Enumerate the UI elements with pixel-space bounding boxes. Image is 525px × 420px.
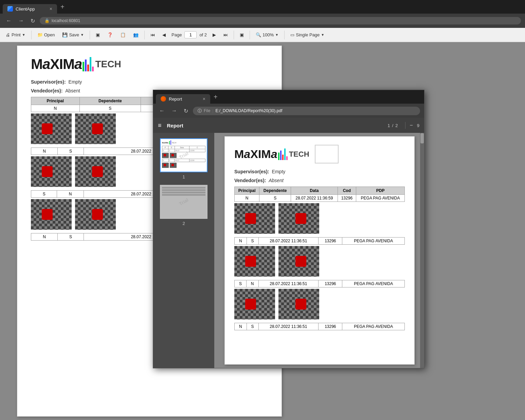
overlay-back-button[interactable]: ← xyxy=(157,106,167,115)
overlay-tab-title: Report xyxy=(169,97,182,102)
new-tab-button[interactable]: + xyxy=(57,3,68,11)
thumb-2-label: 2 xyxy=(182,221,185,226)
overlay-vendedor-meta: Vendedor(es): Absent xyxy=(234,178,405,183)
overlay-report-table-4: N S 28.07.2022 11:36:51 13296 PEGA PAG A… xyxy=(234,323,405,330)
col-dependente: Dependente xyxy=(79,97,141,105)
search-icon: 👥 xyxy=(133,32,139,37)
next-page-button[interactable]: ▶ xyxy=(210,31,219,39)
overlay-menu-icon[interactable]: ≡ xyxy=(158,122,162,129)
tab-close-button[interactable]: × xyxy=(50,6,52,12)
overlay-supervisor-meta: Supervisor(es): Empty xyxy=(234,169,405,174)
maxima-logo: MaXIMa TECH xyxy=(31,56,268,72)
overlay-col-data: Data xyxy=(291,187,338,195)
scrollbar[interactable] xyxy=(420,133,424,368)
active-tab[interactable]: ClientApp × xyxy=(3,4,57,14)
prev-page-button[interactable]: ◀ xyxy=(159,31,169,39)
last-page-button[interactable]: ⏭ xyxy=(220,31,231,39)
tab-favicon xyxy=(7,6,13,12)
product-image-1 xyxy=(31,113,72,144)
copy-icon: 📋 xyxy=(120,32,126,37)
table-row: S N 28.07.2022 11:36:51 13296 PEGA PAG A… xyxy=(235,280,405,287)
toolbar-separator-4 xyxy=(234,31,234,39)
tab-title: ClientApp xyxy=(16,6,35,12)
overlay-tab-close-button[interactable]: × xyxy=(203,96,205,102)
overlay-current-page: 1 xyxy=(387,123,390,128)
search-button[interactable]: 👥 xyxy=(130,31,142,39)
thumb-frame-1: MaXIMa TECH PDDataC NS28.0713296 xyxy=(160,138,207,172)
overlay-page-sep: / xyxy=(392,123,394,128)
overlay-col-pdp: PDP xyxy=(356,187,405,195)
overlay-col-cod: Cod xyxy=(338,187,356,195)
overlay-logo-bar-green xyxy=(278,153,279,160)
overlay-zoom-minus-button[interactable]: − xyxy=(408,121,415,130)
view-mode-button[interactable]: ▭ Single Page ▼ xyxy=(287,31,327,39)
logo-tech-text: TECH xyxy=(95,59,121,70)
page-number-input[interactable] xyxy=(184,31,197,38)
overlay-logo-bar-pink xyxy=(286,156,288,160)
logo-bar-green xyxy=(83,62,84,71)
overlay-col-dependente: Dependente xyxy=(259,187,291,195)
overlay-active-tab[interactable]: Report × xyxy=(156,94,210,104)
zoom-level: 100% xyxy=(262,32,274,37)
overlay-forward-button[interactable]: → xyxy=(169,106,179,115)
overlay-logo-bar-blue xyxy=(280,151,282,160)
preview-icon: ❓ xyxy=(107,32,113,37)
overlay-logo-tech-text: TECH xyxy=(289,150,309,159)
overlay-toolbar-sep xyxy=(405,122,405,129)
overlay-report-table-2: N S 28.07.2022 11:36:51 13296 PEGA PAG A… xyxy=(234,237,405,245)
overlay-url-text: E:/_DOWNLOAD/Report%20(30).pdf xyxy=(215,108,282,113)
preview-button[interactable]: ❓ xyxy=(104,31,116,39)
save-icon: 💾 xyxy=(62,32,68,37)
save-button[interactable]: 💾 Save ▼ xyxy=(59,31,87,39)
refresh-button[interactable]: ↻ xyxy=(29,16,37,25)
toolbar-separator-3 xyxy=(144,31,145,39)
overlay-main-pdf-view: MaXIMa TECH Sup xyxy=(214,133,424,368)
open-icon: 📁 xyxy=(37,32,43,37)
overlay-col-principal: Principal xyxy=(235,187,259,195)
navigation-bar: ← → ↻ 🔒 localhost:60801 xyxy=(0,14,525,28)
overlay-product-image-5 xyxy=(234,289,275,319)
design-icon: ▣ xyxy=(96,32,100,37)
overlay-tab-favicon xyxy=(161,96,166,102)
overlay-maxima-logo: MaXIMa TECH xyxy=(234,145,405,163)
overlay-product-image-1 xyxy=(234,203,275,234)
scroll-thumb[interactable] xyxy=(420,133,424,143)
copy-button[interactable]: 📋 xyxy=(117,31,129,39)
open-button[interactable]: 📁 Open xyxy=(34,31,58,39)
overlay-logo-bar-cyan xyxy=(284,148,286,160)
overlay-product-image-6 xyxy=(278,289,319,319)
thumb-frame-2: Trial xyxy=(160,185,207,219)
address-bar[interactable]: 🔒 localhost:60801 xyxy=(40,17,521,24)
overlay-logo-bars xyxy=(278,148,288,160)
layout-button[interactable]: ▣ xyxy=(237,31,247,39)
overlay-product-images-row-3 xyxy=(234,289,405,319)
print-button[interactable]: 🖨 Print ▼ xyxy=(3,31,29,39)
logo-bars xyxy=(83,57,94,71)
logo-bar-cyan xyxy=(90,57,91,71)
overlay-logo-box xyxy=(315,145,339,163)
thumbnail-2[interactable]: Trial 2 xyxy=(160,185,207,226)
table-row: N S 28.07.2022 11:36:59 13296 PEGA PAG A… xyxy=(235,195,405,202)
overlay-logo-text: MaXIMa xyxy=(234,147,277,161)
overlay-navigation-bar: ← → ↻ ⓘ File | E:/_DOWNLOAD/Report%20(30… xyxy=(153,104,424,118)
forward-button[interactable]: → xyxy=(16,16,26,25)
logo-bar-blue xyxy=(85,59,87,71)
logo-bar-pink xyxy=(92,67,94,71)
thumbnail-1[interactable]: MaXIMa TECH PDDataC NS28.0713296 xyxy=(160,138,207,179)
zoom-button[interactable]: 🔍 100% ▼ xyxy=(253,31,282,39)
logo-bar-red xyxy=(87,65,89,71)
overlay-address-bar[interactable]: ⓘ File | E:/_DOWNLOAD/Report%20(30).pdf xyxy=(193,107,420,115)
first-page-button[interactable]: ⏮ xyxy=(147,31,158,39)
table-row: N S 28.07.2022 11:36:51 13296 PEGA PAG A… xyxy=(235,323,405,330)
design-button[interactable]: ▣ xyxy=(93,31,103,39)
overlay-zoom-value: 9 xyxy=(417,123,419,128)
overlay-report-table: Principal Dependente Data Cod PDP N xyxy=(234,187,405,202)
overlay-new-tab-button[interactable]: + xyxy=(210,93,221,101)
view-label: Single Page xyxy=(296,32,320,37)
table-row: N S 28.07.2022 11:36:51 13296 PEGA PAG A… xyxy=(235,238,405,245)
page-of-label: of 2 xyxy=(199,32,207,37)
overlay-pdf-document-page: MaXIMa TECH Sup xyxy=(224,136,415,365)
overlay-refresh-button[interactable]: ↻ xyxy=(182,106,190,116)
back-button[interactable]: ← xyxy=(4,16,14,25)
overlay-product-image-2 xyxy=(278,203,319,234)
